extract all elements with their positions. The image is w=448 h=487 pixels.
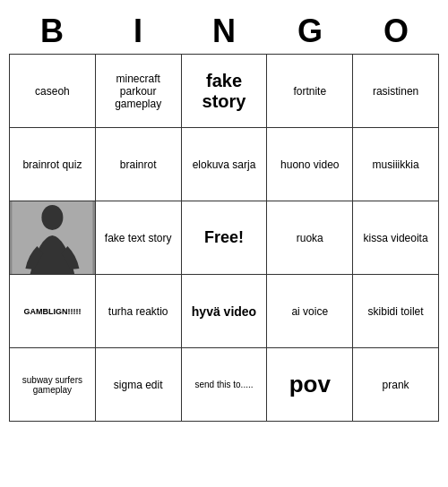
cell-fortnite: fortnite [267,55,353,128]
cell-skibidi-toilet: skibidi toilet [353,275,439,348]
cell-musiiikkia: musiiikkia [353,128,439,201]
cell-sigma-edit: sigma edit [96,348,182,422]
svg-point-1 [41,205,63,230]
cell-minecraft: minecraft parkour gameplay [96,55,182,128]
header-n: N [181,9,267,54]
cell-send-this-to: send this to..... [182,348,268,422]
header-o: O [353,9,439,54]
cell-ai-voice: ai voice [267,275,353,348]
cell-brainrot-quiz: brainrot quiz [10,128,96,201]
cell-huono-video: huono video [267,128,353,201]
cell-ruoka: ruoka [267,201,353,275]
cell-gamblign: GAMBLIGN!!!!! [10,275,96,348]
cell-kissa-videoita: kissa videoita [353,201,439,275]
bingo-header: B I N G O [9,9,439,54]
bingo-card: B I N G O caseoh minecraft parkour gamep… [9,9,439,422]
cell-rasistinen: rasistinen [353,55,439,128]
header-g: G [267,9,353,54]
cell-free: Free! [182,201,268,275]
cell-subway-surfers: subway surfers gameplay [10,348,96,422]
cell-pov: pov [267,348,353,422]
cell-brainrot: brainrot [96,128,182,201]
bingo-grid: caseoh minecraft parkour gameplay fake s… [9,54,439,422]
header-b: B [9,9,95,54]
cell-turha-reaktio: turha reaktio [96,275,182,348]
cell-image [10,201,96,275]
header-i: I [95,9,181,54]
cell-fake-text-story: fake text story [96,201,182,275]
cell-hyva-video: hyvä video [182,275,268,348]
cell-caseoh: caseoh [10,55,96,128]
cell-prank: prank [353,348,439,422]
cell-elokuva-sarja: elokuva sarja [182,128,268,201]
cell-fake-story: fake story [182,55,268,128]
